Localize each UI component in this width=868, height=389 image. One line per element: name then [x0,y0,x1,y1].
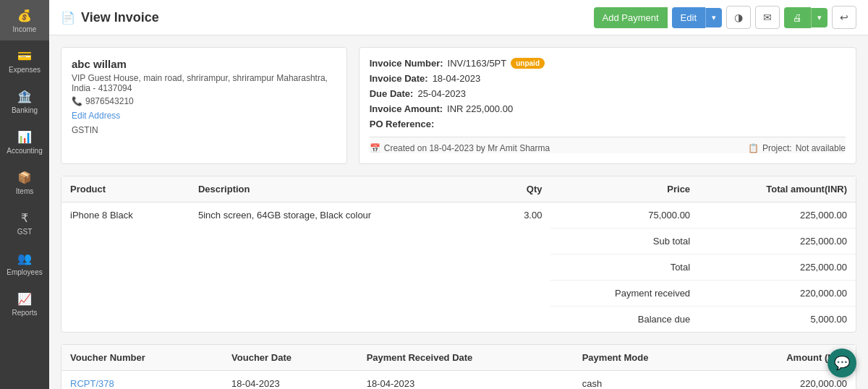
contrast-button[interactable]: ◑ [726,6,751,29]
subtotal-label: Sub total [550,228,699,255]
voucher-date-cell: 18-04-2023 [223,371,358,390]
client-info-card: abc willam VIP Guest House, main road, s… [61,47,347,164]
total-row: Total 225,000.00 [61,255,856,281]
project-value: Not available [796,143,846,153]
price-cell: 75,000.00 [550,202,699,228]
add-payment-button-group: Add Payment [594,7,668,28]
total-cell: 225,000.00 [699,202,856,228]
status-badge: unpaid [511,58,545,69]
line-items-table-section: Product Description Qty Price Total amou… [61,176,856,333]
table-row: iPhone 8 Black 5inch screen, 64GB storag… [61,202,856,228]
gstin-label: GSTIN [72,125,336,135]
income-icon: 💰 [17,7,33,23]
chat-bubble[interactable]: 💬 [827,349,856,377]
invoice-amount-value: INR 225,000.00 [447,103,513,114]
col-price: Price [550,176,699,202]
po-reference-row: PO Reference: [370,119,846,129]
sidebar-label-employees: Employees [7,268,42,276]
line-items-table: Product Description Qty Price Total amou… [61,176,856,332]
reports-icon: 📈 [17,291,33,307]
project-info: 📋 Project: Not available [748,143,846,153]
content-area: abc willam VIP Guest House, main road, s… [49,35,868,389]
col-payment-received-date: Payment Received Date [358,345,574,371]
items-icon: 📦 [17,169,33,185]
invoice-number-row: Invoice Number: INV/1163/5PT unpaid [370,58,846,69]
edit-dropdown-button[interactable]: ▾ [705,8,722,27]
invoice-top-section: abc willam VIP Guest House, main road, s… [61,47,856,164]
invoice-date-row: Invoice Date: 18-04-2023 [370,73,846,84]
print-button[interactable]: 🖨 [784,7,811,28]
sidebar-label-banking: Banking [12,106,38,114]
payment-received-row: Payment received 220,000.00 [61,281,856,307]
sidebar-item-income[interactable]: 💰 Income [0,0,49,40]
sidebar-item-employees[interactable]: 👥 Employees [0,243,49,283]
sidebar-label-accounting: Accounting [7,147,42,155]
edit-button[interactable]: Edit [672,7,705,28]
due-date-row: Due Date: 25-04-2023 [370,88,846,99]
client-phone: 📞 9876543210 [72,96,336,106]
col-product: Product [61,176,190,202]
phone-icon: 📞 [72,96,82,106]
col-voucher-number: Voucher Number [61,345,223,371]
invoice-details-card: Invoice Number: INV/1163/5PT unpaid Invo… [359,47,856,164]
invoice-number-label: Invoice Number: [370,58,443,69]
sidebar-item-banking[interactable]: 🏦 Banking [0,81,49,121]
sidebar-item-items[interactable]: 📦 Items [0,162,49,202]
invoice-number-value: INV/1163/5PT [448,58,507,69]
total-value: 225,000.00 [699,255,856,281]
page-title: View Invoice [81,10,159,25]
payment-received-value: 220,000.00 [699,281,856,307]
qty-cell: 3.00 [494,202,551,228]
sidebar-item-expenses[interactable]: 💳 Expenses [0,40,49,81]
table-row: RCPT/378 18-04-2023 18-04-2023 cash 220,… [61,371,856,390]
banking-icon: 🏦 [17,88,33,104]
client-address: VIP Guest House, main road, shrirampur, … [72,73,336,93]
invoice-date-label: Invoice Date: [370,73,428,84]
col-total: Total amount(INR) [699,176,856,202]
total-label: Total [550,255,699,281]
sidebar-label-expenses: Expenses [9,66,41,74]
balance-due-row: Balance due 5,000.00 [61,307,856,333]
col-description: Description [190,176,494,202]
invoice-date-value: 18-04-2023 [433,73,481,84]
voucher-link[interactable]: RCPT/378 [70,378,114,389]
header-left: 📄 View Invoice [61,10,159,25]
payments-table-section: Voucher Number Voucher Date Payment Rece… [61,344,856,389]
subtotal-row: Sub total 225,000.00 [61,228,856,255]
col-payment-mode: Payment Mode [574,345,720,371]
po-reference-label: PO Reference: [370,119,435,129]
due-date-value: 25-04-2023 [417,88,466,99]
description-cell: 5inch screen, 64GB storage, Black colour [190,202,494,228]
email-button[interactable]: ✉ [755,6,780,29]
sidebar-label-reports: Reports [12,309,37,317]
edit-button-group: Edit ▾ [672,7,722,28]
sidebar-label-gst: GST [17,228,33,236]
invoice-icon: 📄 [61,11,75,25]
accounting-icon: 📊 [17,129,33,145]
print-button-group: 🖨 ▾ [784,7,827,28]
project-label: Project: [762,143,792,153]
edit-address-link[interactable]: Edit Address [72,111,336,121]
print-dropdown-button[interactable]: ▾ [811,8,827,27]
sidebar-item-reports[interactable]: 📈 Reports [0,283,49,324]
invoice-amount-label: Invoice Amount: [370,103,443,114]
voucher-number-cell: RCPT/378 [61,371,223,390]
sidebar-item-accounting[interactable]: 📊 Accounting [0,121,49,162]
payment-received-date-cell: 18-04-2023 [358,371,574,390]
payment-received-label: Payment received [550,281,699,307]
col-voucher-date: Voucher Date [223,345,358,371]
created-info: 📅 Created on 18-04-2023 by Mr Amit Sharm… [370,143,550,153]
page-header: 📄 View Invoice Add Payment Edit ▾ ◑ ✉ 🖨 … [49,0,868,35]
expenses-icon: 💳 [17,48,33,64]
payments-table: Voucher Number Voucher Date Payment Rece… [61,345,856,389]
balance-due-value: 5,000.00 [699,307,856,333]
sidebar: 💰 Income 💳 Expenses 🏦 Banking 📊 Accounti… [0,0,49,389]
client-phone-number: 9876543210 [85,96,134,106]
add-payment-button[interactable]: Add Payment [594,7,668,28]
sidebar-item-gst[interactable]: ₹ GST [0,202,49,243]
client-name: abc willam [72,58,336,70]
sidebar-label-income: Income [13,25,37,33]
created-text: Created on 18-04-2023 by Mr Amit Sharma [384,143,550,153]
back-button[interactable]: ↩ [832,6,856,29]
invoice-amount-row: Invoice Amount: INR 225,000.00 [370,103,846,114]
